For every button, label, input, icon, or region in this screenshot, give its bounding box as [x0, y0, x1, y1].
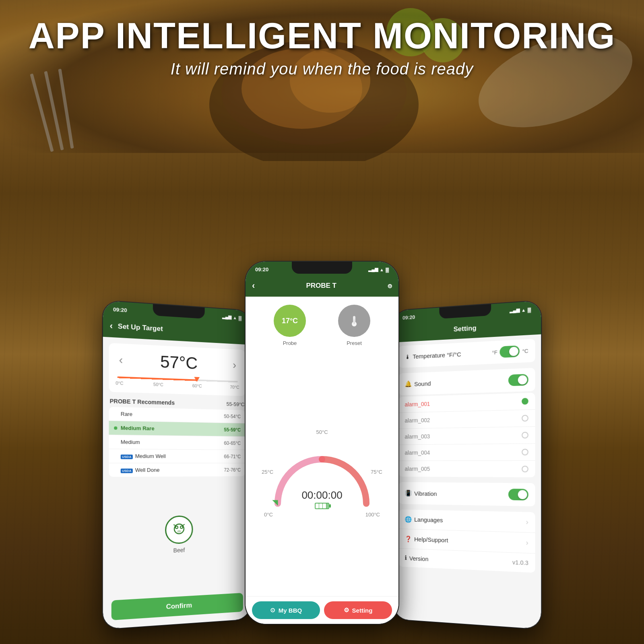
gauge-left-label: 25°C: [262, 469, 273, 475]
languages-icon: 🌐: [405, 516, 412, 523]
meat-table: Rare 50-54°C Medium Rare 55-59°C Med: [109, 407, 245, 477]
help-chevron: ›: [526, 539, 528, 547]
beef-icon-section: Beef: [103, 476, 251, 597]
temp-label-70: 70°C: [230, 385, 239, 390]
svg-point-13: [177, 530, 181, 533]
center-bottom-nav: ⊙ My BBQ ⚙ Setting: [246, 596, 398, 624]
version-icon: ℹ: [405, 554, 407, 561]
main-title: APP INTELLIGENT MONITORING: [0, 16, 644, 56]
alarm-002-radio: [522, 415, 528, 422]
temp-slider-fill: [117, 376, 197, 381]
medium-indicator: [114, 440, 117, 444]
vibration-toggle[interactable]: [508, 489, 528, 500]
bbq-icon: ⊙: [270, 607, 275, 614]
sound-toggle[interactable]: [508, 374, 528, 386]
well-done-name: USDAWell Done: [121, 467, 224, 473]
back-button-left[interactable]: ‹: [110, 320, 113, 331]
alarm-list: alarm_001 alarm_002 alarm_003 alarm_004: [399, 393, 535, 477]
beef-label: Beef: [173, 547, 185, 553]
probe-rec-range: 55-59°C: [227, 401, 245, 408]
vibration-section: 📳 Vibration: [399, 482, 535, 506]
alarm-004-label: alarm_004: [405, 450, 430, 456]
right-phone: 09:20 ▂▄▆ ▲ ▓ Setting 🌡 Temperature °F/: [394, 301, 541, 629]
temp-decrease-btn[interactable]: ‹: [116, 353, 126, 367]
probe-label: Probe: [283, 340, 297, 346]
temp-selector: ‹ 57°C › 0°C 50°C 60°C 70°C: [109, 343, 245, 396]
thermometer-svg: [347, 314, 361, 328]
meat-row-medium[interactable]: Medium 60-65°C: [109, 435, 245, 450]
gauge-wrapper: 50°C 25°C 75°C: [258, 429, 386, 518]
rare-indicator: [114, 412, 117, 415]
svg-rect-21: [329, 504, 331, 508]
alarm-row-2[interactable]: alarm_002: [399, 410, 535, 429]
alarm-row-3[interactable]: alarm_003: [399, 427, 535, 445]
right-status-icons: ▂▄▆ ▲ ▓: [510, 307, 531, 314]
center-screen-title: PROBE T: [306, 282, 336, 290]
left-status-icons: ▂▄▆ ▲ ▓: [222, 314, 242, 320]
right-signal-icon: ▂▄▆: [510, 308, 520, 314]
medium-rare-range: 55-59°C: [224, 427, 241, 432]
probe-recommends: PROBE T Recommends 55-59°C Rare 50-54°C: [109, 398, 245, 477]
right-status-time: 09:20: [402, 314, 415, 321]
medium-rare-name: Medium Rare: [121, 425, 224, 433]
vibration-knob: [518, 490, 527, 499]
sound-section: 🔔 Sound: [399, 368, 535, 395]
svg-point-12: [180, 526, 183, 528]
center-status-icons: ▂▄▆ ▲ ▓: [368, 267, 389, 272]
version-value: v1.0.3: [512, 559, 528, 566]
left-phone: 09:20 ▂▄▆ ▲ ▓ ‹ Set Up Target ‹: [103, 301, 251, 629]
svg-rect-22: [316, 504, 319, 508]
temperature-row: 🌡 Temperature °F/°C °F °C: [399, 339, 535, 368]
temp-unit-toggle-row: °F °C: [492, 345, 528, 358]
vibration-icon: 📳: [405, 489, 412, 497]
alarm-003-radio: [522, 432, 528, 439]
right-battery-icon: ▓: [528, 307, 531, 312]
sound-row: 🔔 Sound: [399, 368, 535, 395]
wifi-button-center[interactable]: ⌾: [388, 282, 392, 290]
alarm-005-radio: [522, 466, 528, 472]
temp-value: 57°C: [126, 351, 230, 374]
sound-icon: 🔔: [405, 380, 412, 388]
probe-circle-green: 17°C: [274, 305, 306, 337]
meat-row-well-done[interactable]: USDAWell Done 72-76°C: [109, 463, 245, 477]
meat-row-medium-rare[interactable]: Medium Rare 55-59°C: [109, 421, 245, 437]
confirm-button[interactable]: Confirm: [111, 593, 243, 620]
left-screen-content: 09:20 ▂▄▆ ▲ ▓ ‹ Set Up Target ‹: [103, 301, 251, 629]
well-done-indicator: [114, 469, 117, 472]
center-battery-icon: ▓: [386, 267, 389, 272]
medium-range: 60-65°C: [224, 440, 241, 446]
probe-temp-item: 17°C Probe: [274, 305, 306, 346]
help-label: Help/Support: [414, 536, 526, 546]
svg-rect-25: [326, 504, 329, 508]
center-phone-notch: [292, 262, 352, 274]
meat-row-medium-well[interactable]: USDAMedium Well 66-71°C: [109, 449, 245, 463]
beef-icon[interactable]: [165, 515, 193, 544]
alarm-row-4[interactable]: alarm_004: [399, 444, 535, 461]
setting-btn[interactable]: ⚙ Setting: [324, 601, 392, 619]
languages-chevron: ›: [526, 518, 528, 526]
wifi-icon: ▲: [233, 315, 237, 320]
battery-icon-left: ▓: [239, 315, 242, 320]
medium-well-indicator: [114, 454, 117, 458]
misc-settings-section: 🌐 Languages › ❓ Help/Support › ℹ Version…: [399, 510, 535, 573]
alarm-row-5[interactable]: alarm_005: [399, 461, 535, 477]
my-bbq-btn[interactable]: ⊙ My BBQ: [252, 601, 320, 619]
alarm-004-radio: [522, 449, 528, 456]
thermometer-setting-icon: 🌡: [405, 353, 411, 360]
probe-rec-header: PROBE T Recommends 55-59°C: [109, 398, 245, 408]
gauge-bottom-right: 100°C: [365, 512, 380, 518]
usda-badge-1: USDA: [121, 454, 133, 459]
gauge-top-label: 50°C: [316, 429, 328, 435]
temp-increase-btn[interactable]: ›: [230, 359, 239, 372]
setting-label: Setting: [352, 607, 373, 614]
unit-f: °F: [492, 349, 497, 355]
right-screen-title: Setting: [454, 324, 477, 333]
left-screen-title: Set Up Target: [118, 322, 163, 333]
right-wifi-icon: ▲: [521, 307, 526, 312]
back-button-center[interactable]: ‹: [252, 281, 255, 291]
medium-name: Medium: [121, 439, 224, 446]
temp-unit-toggle[interactable]: [500, 345, 520, 358]
svg-rect-23: [319, 504, 322, 508]
svg-rect-24: [323, 504, 326, 508]
svg-point-11: [175, 526, 178, 528]
